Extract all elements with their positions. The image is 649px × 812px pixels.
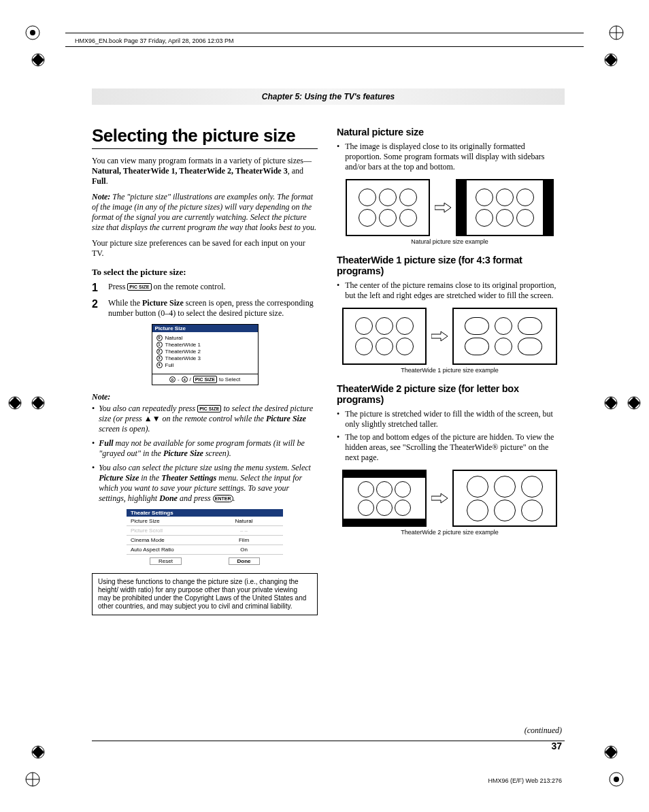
tw2-diagram (337, 470, 563, 527)
crop-mark-icon (24, 771, 41, 787)
crop-mark-icon (603, 744, 619, 760)
note-label-2: Note: (92, 392, 318, 402)
natural-diagram (337, 179, 563, 236)
footer-code: HMX96 (E/F) Web 213:276 (488, 777, 562, 784)
tw1-diagram (337, 308, 563, 365)
tw1-bullet: •The center of the picture remains close… (337, 280, 563, 301)
intro-paragraph: You can view many program formats in a v… (92, 156, 318, 186)
crop-mark-icon (608, 25, 625, 41)
header-rule-top (65, 33, 584, 33)
tw1-caption: TheaterWide 1 picture size example (337, 367, 563, 374)
arrow-right-icon (431, 492, 448, 504)
chapter-heading-bar: Chapter 5: Using the TV's features (92, 88, 565, 105)
theater-settings-menu: Theater Settings Picture SizeNatural Pic… (127, 509, 283, 566)
crop-mark-icon (603, 52, 619, 68)
right-column: Natural picture size •The image is displ… (337, 125, 563, 615)
tw1-heading: TheaterWide 1 picture size (for 4:3 form… (337, 255, 563, 276)
legal-notice: Using these functions to change the pict… (92, 573, 318, 615)
step-2: 2 While the Picture Size screen is open,… (92, 298, 318, 319)
arrow-right-icon (434, 201, 452, 214)
crop-mark-icon (7, 395, 23, 411)
tw2-bullet-2: •The top and bottom edges of the picture… (337, 432, 563, 463)
svg-point-9 (614, 777, 619, 782)
crop-mark-icon (24, 25, 41, 41)
step-1: 1 Press PIC SIZE on the remote control. (92, 282, 318, 294)
tw2-bullet-1: •The picture is stretched wider to fill … (337, 409, 563, 429)
crop-mark-icon (608, 771, 625, 787)
crop-mark-icon (30, 52, 46, 68)
natural-caption: Natural picture size example (337, 238, 563, 245)
crop-mark-icon (30, 395, 46, 411)
natural-heading: Natural picture size (337, 127, 563, 137)
picture-size-menu: Picture Size 0Natural 1TheaterWide 1 2Th… (152, 324, 259, 385)
picsize-button-icon: PIC SIZE (197, 405, 221, 412)
footer-rule (92, 741, 565, 741)
svg-point-1 (30, 30, 35, 35)
page-title: Selecting the picture size (92, 125, 318, 146)
framemaker-header: HMX96_EN.book Page 37 Friday, April 28, … (75, 37, 233, 44)
enter-button-icon: ENTER (213, 495, 233, 502)
tw2-heading: TheaterWide 2 picture size (for letter b… (337, 383, 563, 405)
note-bullet-1: • You also can repeatedly press PIC SIZE… (92, 404, 318, 434)
page-number: 37 (551, 741, 562, 751)
crop-mark-icon (603, 395, 619, 411)
natural-bullet: •The image is displayed close to its ori… (337, 142, 563, 172)
title-rule (92, 148, 318, 149)
note-bullet-2: • Full may not be available for some pro… (92, 438, 318, 459)
arrow-right-icon (431, 330, 448, 342)
tw2-caption: TheaterWide 2 picture size example (337, 529, 563, 536)
crop-mark-icon (30, 744, 46, 760)
header-rule-bottom (65, 46, 584, 47)
crop-mark-icon (626, 395, 642, 411)
left-column: Selecting the picture size You can view … (92, 125, 318, 615)
menu-title: Picture Size (152, 325, 258, 332)
chapter-heading: Chapter 5: Using the TV's features (262, 92, 395, 101)
to-select-heading: To select the picture size: (92, 267, 318, 278)
continued-label: (continued) (525, 726, 562, 736)
note-paragraph: Note: The "picture size" illustrations a… (92, 192, 318, 233)
note-bullet-3: • You also can select the picture size u… (92, 463, 318, 504)
picsize-button-icon: PIC SIZE (127, 283, 151, 291)
pref-paragraph: Your picture size preferences can be sav… (92, 238, 318, 259)
